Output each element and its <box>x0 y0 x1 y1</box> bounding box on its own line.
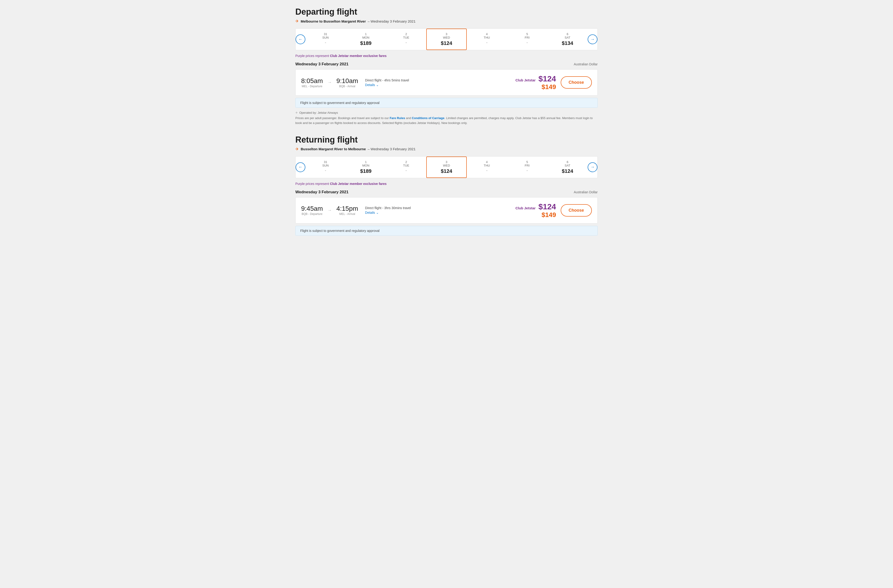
date-cell[interactable]: 2TUE- <box>386 156 426 178</box>
date-day: FRI <box>509 164 545 167</box>
date-cell[interactable]: 4THU- <box>467 29 507 50</box>
departing-next-btn[interactable]: → <box>588 35 597 44</box>
date-num: 1 <box>347 32 384 36</box>
date-num: 1 <box>347 160 384 164</box>
date-dash: - <box>388 168 424 173</box>
departing-title: Departing flight <box>295 7 598 17</box>
returning-flight-arrow-icon: → <box>328 208 332 213</box>
date-dash: - <box>509 168 545 173</box>
date-cell[interactable]: 6SAT$124 <box>547 156 588 178</box>
date-cell[interactable]: 31SUN- <box>305 156 346 178</box>
conditions-link[interactable]: Conditions of Carriage <box>412 116 444 120</box>
date-day: TUE <box>388 36 424 39</box>
returning-details-link[interactable]: Details ⌄ <box>365 211 508 215</box>
departing-club-label-row: Club Jetstar $124 <box>515 74 556 83</box>
returning-pricing-block: Club Jetstar $124 $149 Choose <box>515 202 592 219</box>
date-day: MON <box>347 164 384 167</box>
date-cell[interactable]: 31SUN- <box>305 29 346 50</box>
returning-price-group: Club Jetstar $124 $149 <box>515 202 556 219</box>
date-cell[interactable]: 6SAT$134 <box>547 29 588 50</box>
departing-flight-times: 8:05am MEL - Departure → 9:10am BQB - Ar… <box>301 77 358 88</box>
departing-choose-button[interactable]: Choose <box>561 76 592 89</box>
returning-date-label: Wednesday 3 February 2021 <box>295 190 348 194</box>
returning-club-label: Club Jetstar <box>515 206 535 210</box>
date-cell[interactable]: 5FRI- <box>507 156 547 178</box>
date-num: 3 <box>428 160 465 164</box>
date-cell[interactable]: 2TUE- <box>386 29 426 50</box>
departing-club-label: Club Jetstar <box>515 78 535 82</box>
date-cell[interactable]: 1MON$189 <box>346 156 386 178</box>
returning-arrive-time: 4:15pm <box>336 205 358 212</box>
date-day: THU <box>469 36 505 39</box>
returning-choose-button[interactable]: Choose <box>561 204 592 217</box>
returning-flight-info: Direct flight - 3hrs 30mins travel Detai… <box>358 206 516 215</box>
date-day: SUN <box>307 164 344 167</box>
departing-route-suffix: – Wednesday 3 February 2021 <box>368 19 416 23</box>
returning-dates-row: 31SUN-1MON$1892TUE-3WED$1244THU-5FRI-6SA… <box>305 156 588 178</box>
departing-notice: Flight is subject to government and regu… <box>295 98 598 108</box>
departing-price-regular: $149 <box>515 83 556 91</box>
returning-purple-link[interactable]: Club Jetstar member exclusive fares <box>330 182 387 186</box>
date-num: 31 <box>307 32 344 36</box>
date-cell[interactable]: 5FRI- <box>507 29 547 50</box>
departing-price-group: Club Jetstar $124 $149 <box>515 74 556 91</box>
returning-flight-card: 9:45am BQB - Departure → 4:15pm MEL - Ar… <box>295 197 598 224</box>
date-dash: - <box>388 40 424 45</box>
date-cell[interactable]: 1MON$189 <box>346 29 386 50</box>
returning-currency-label: Australian Dollar <box>574 190 598 194</box>
departing-details-link[interactable]: Details ⌄ <box>365 83 508 87</box>
date-num: 5 <box>509 32 545 36</box>
date-num: 4 <box>469 160 505 164</box>
date-dash: - <box>469 168 505 173</box>
returning-prev-btn[interactable]: ← <box>296 162 305 172</box>
returning-route-suffix: – Wednesday 3 February 2021 <box>368 147 416 151</box>
date-day: SAT <box>549 36 586 39</box>
date-day: WED <box>428 164 465 167</box>
returning-notice: Flight is subject to government and regu… <box>295 226 598 236</box>
date-dash: - <box>509 40 545 45</box>
departing-arrive-code: BQB - Arrival <box>336 85 358 88</box>
departing-pricing-block: Club Jetstar $124 $149 Choose <box>515 74 592 91</box>
fare-rules-link[interactable]: Fare Rules <box>389 116 405 120</box>
returning-section: Returning flight ✈ Busselton Margaret Ri… <box>295 135 598 236</box>
returning-purple-text: Purple prices represent <box>295 182 330 186</box>
date-num: 3 <box>428 32 465 36</box>
date-day: MON <box>347 36 384 39</box>
returning-direct-text: Direct flight - 3hrs 30mins travel <box>365 206 508 210</box>
departing-date-header: Wednesday 3 February 2021 Australian Dol… <box>295 62 598 66</box>
departing-flight-arrow-icon: → <box>328 80 332 85</box>
date-dash: - <box>307 168 344 173</box>
returning-price-regular: $149 <box>515 211 556 219</box>
date-cell[interactable]: 4THU- <box>467 156 507 178</box>
returning-route-bold: Busselton Margaret River to Melbourne <box>301 147 366 151</box>
departing-fine-print: Prices are per adult passenger. Bookings… <box>295 116 598 126</box>
date-cell[interactable]: 3WED$124 <box>426 29 466 50</box>
arrow-left-icon: ← <box>298 37 302 42</box>
returning-arrive-code: MEL - Arrival <box>336 212 358 216</box>
departing-plane-icon: ✈ <box>295 19 299 24</box>
departing-purple-link[interactable]: Club Jetstar member exclusive fares <box>330 54 387 58</box>
date-num: 2 <box>388 32 424 36</box>
departing-route-bold: Melbourne to Busselton Margaret River <box>301 19 366 23</box>
date-price: $124 <box>428 40 465 46</box>
date-price: $134 <box>549 40 586 46</box>
departing-operated-text: Operated by: Jetstar Airways <box>299 111 338 114</box>
date-day: THU <box>469 164 505 167</box>
returning-arrive-block: 4:15pm MEL - Arrival <box>336 205 358 216</box>
date-cell[interactable]: 3WED$124 <box>426 156 466 178</box>
departing-prev-btn[interactable]: ← <box>296 35 305 44</box>
date-price: $189 <box>347 168 384 174</box>
returning-club-label-row: Club Jetstar $124 <box>515 202 556 211</box>
date-dash: - <box>307 40 344 45</box>
date-day: FRI <box>509 36 545 39</box>
returning-flight-times: 9:45am BQB - Departure → 4:15pm MEL - Ar… <box>301 205 358 216</box>
departing-depart-code: MEL - Departure <box>301 85 323 88</box>
departing-direct-text: Direct flight - 4hrs 5mins travel <box>365 78 508 82</box>
date-day: SUN <box>307 36 344 39</box>
returning-arrow-left-icon: ← <box>298 165 302 170</box>
departing-date-selector: ← 31SUN-1MON$1892TUE-3WED$1244THU-5FRI-6… <box>295 29 598 50</box>
returning-route: ✈ Busselton Margaret River to Melbourne … <box>295 147 598 152</box>
returning-next-btn[interactable]: → <box>588 162 597 172</box>
date-price: $124 <box>428 168 465 174</box>
returning-price-club: $124 <box>538 202 556 211</box>
